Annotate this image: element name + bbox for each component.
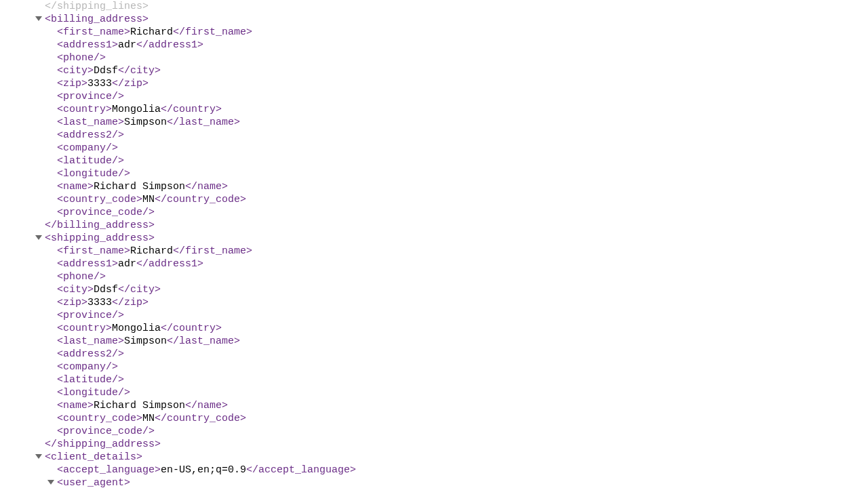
xml-close-tag: </city> xyxy=(118,284,161,296)
xml-line: </shipping_lines> xyxy=(0,0,868,13)
xml-close-tag: </address1> xyxy=(136,39,203,51)
xml-line: <user_agent> xyxy=(0,476,868,488)
xml-open-tag: <country> xyxy=(57,104,112,115)
xml-line: <last_name>Simpson</last_name> xyxy=(0,335,868,348)
xml-line: <shipping_address> xyxy=(0,232,868,245)
xml-line: <latitude/> xyxy=(0,155,868,167)
xml-selfclose-tag: <address2/> xyxy=(57,348,124,360)
xml-selfclose-tag: <province_code/> xyxy=(57,207,155,218)
collapse-toggle-icon[interactable] xyxy=(35,13,45,26)
xml-open-tag: <name> xyxy=(57,400,94,411)
xml-text: Richard xyxy=(130,245,173,257)
xml-selfclose-tag: <longitude/> xyxy=(57,168,130,180)
xml-text: Simpson xyxy=(124,117,167,128)
xml-line: <country>Mongolia</country> xyxy=(0,103,868,116)
xml-close-tag: </last_name> xyxy=(167,336,240,347)
xml-close-tag: </first_name> xyxy=(173,26,252,38)
xml-text: Ddsf xyxy=(94,65,118,77)
xml-line: <client_details> xyxy=(0,451,868,464)
xml-line: <last_name>Simpson</last_name> xyxy=(0,116,868,129)
xml-close-tag: </billing_address> xyxy=(45,220,155,231)
xml-selfclose-tag: <latitude/> xyxy=(57,374,124,386)
xml-line: <phone/> xyxy=(0,52,868,64)
xml-text: MN xyxy=(142,194,155,205)
xml-text: Richard xyxy=(130,26,173,38)
xml-close-tag: </zip> xyxy=(112,78,149,89)
xml-selfclose-tag: <province_code/> xyxy=(57,426,155,437)
xml-open-tag: <country> xyxy=(57,323,112,334)
xml-open-tag: <billing_address> xyxy=(45,14,149,25)
xml-text: adr xyxy=(118,258,136,270)
xml-open-tag: <last_name> xyxy=(57,336,124,347)
xml-open-tag: <zip> xyxy=(57,297,87,308)
xml-selfclose-tag: <longitude/> xyxy=(57,387,130,399)
xml-close-tag: </country_code> xyxy=(155,413,246,424)
xml-line: <city>Ddsf</city> xyxy=(0,64,868,77)
xml-text: Mongolia xyxy=(112,104,161,115)
xml-open-tag: <client_details> xyxy=(45,451,142,463)
collapse-toggle-icon[interactable] xyxy=(47,476,57,488)
xml-open-tag: <user_agent> xyxy=(57,477,130,488)
xml-line: <address1>adr</address1> xyxy=(0,258,868,270)
xml-line: </shipping_address> xyxy=(0,438,868,451)
xml-line: <province_code/> xyxy=(0,425,868,438)
xml-text: 3333 xyxy=(87,78,112,89)
xml-close-tag: </shipping_lines> xyxy=(45,1,149,12)
xml-close-tag: </name> xyxy=(185,181,228,192)
xml-open-tag: <last_name> xyxy=(57,117,124,128)
xml-line: <address1>adr</address1> xyxy=(0,39,868,52)
xml-selfclose-tag: <company/> xyxy=(57,142,118,154)
xml-open-tag: <city> xyxy=(57,65,94,77)
xml-line: <name>Richard Simpson</name> xyxy=(0,399,868,412)
xml-close-tag: </zip> xyxy=(112,297,149,308)
xml-open-tag: <address1> xyxy=(57,39,118,51)
xml-close-tag: </shipping_address> xyxy=(45,439,161,450)
xml-selfclose-tag: <phone/> xyxy=(57,52,106,64)
xml-close-tag: </last_name> xyxy=(167,117,240,128)
xml-text: adr xyxy=(118,39,136,51)
xml-close-tag: </name> xyxy=(185,400,228,411)
xml-line: <accept_language>en-US,en;q=0.9</accept_… xyxy=(0,464,868,476)
xml-selfclose-tag: <address2/> xyxy=(57,129,124,141)
collapse-toggle-icon[interactable] xyxy=(35,232,45,245)
xml-tree: </shipping_lines><billing_address><first… xyxy=(0,0,868,488)
xml-open-tag: <shipping_address> xyxy=(45,232,155,244)
xml-line: <company/> xyxy=(0,142,868,155)
xml-line: <billing_address> xyxy=(0,13,868,26)
xml-open-tag: <first_name> xyxy=(57,26,130,38)
xml-open-tag: <first_name> xyxy=(57,245,130,257)
xml-close-tag: </accept_language> xyxy=(246,464,356,476)
xml-open-tag: <accept_language> xyxy=(57,464,161,476)
xml-open-tag: <name> xyxy=(57,181,94,192)
xml-line: <first_name>Richard</first_name> xyxy=(0,245,868,258)
xml-line: <country_code>MN</country_code> xyxy=(0,412,868,425)
xml-close-tag: </country_code> xyxy=(155,194,246,205)
xml-text: Richard Simpson xyxy=(94,400,185,411)
xml-line: <province_code/> xyxy=(0,206,868,219)
xml-selfclose-tag: <phone/> xyxy=(57,271,106,283)
xml-line: <province/> xyxy=(0,90,868,103)
xml-text: Richard Simpson xyxy=(94,181,185,192)
xml-line: <address2/> xyxy=(0,348,868,361)
xml-line: <name>Richard Simpson</name> xyxy=(0,180,868,193)
xml-line: <phone/> xyxy=(0,270,868,283)
xml-open-tag: <country_code> xyxy=(57,194,142,205)
xml-open-tag: <address1> xyxy=(57,258,118,270)
xml-open-tag: <city> xyxy=(57,284,94,296)
xml-close-tag: </first_name> xyxy=(173,245,252,257)
xml-selfclose-tag: <province/> xyxy=(57,310,124,321)
xml-line: <zip>3333</zip> xyxy=(0,77,868,90)
xml-text: Ddsf xyxy=(94,284,118,296)
xml-line: <first_name>Richard</first_name> xyxy=(0,26,868,39)
xml-line: <company/> xyxy=(0,361,868,373)
xml-line: <country_code>MN</country_code> xyxy=(0,193,868,206)
xml-close-tag: </country> xyxy=(161,323,222,334)
xml-close-tag: </country> xyxy=(161,104,222,115)
xml-text: 3333 xyxy=(87,297,112,308)
xml-line: <longitude/> xyxy=(0,167,868,180)
collapse-toggle-icon[interactable] xyxy=(35,451,45,464)
xml-close-tag: </city> xyxy=(118,65,161,77)
xml-line: </billing_address> xyxy=(0,219,868,232)
xml-open-tag: <country_code> xyxy=(57,413,142,424)
xml-line: <city>Ddsf</city> xyxy=(0,283,868,296)
